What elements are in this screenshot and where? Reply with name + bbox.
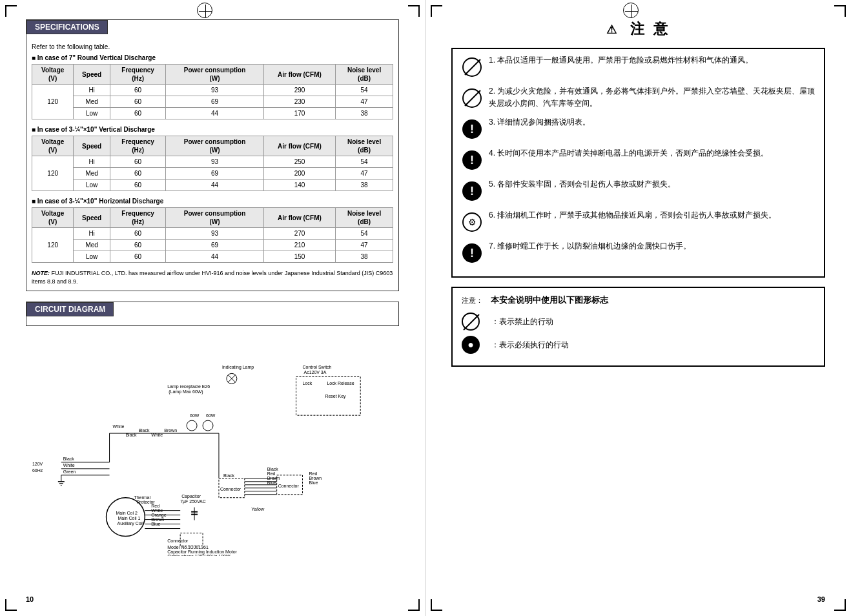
table-row: Low 60 44 140 38 bbox=[32, 180, 393, 191]
speed-cell: Low bbox=[74, 108, 110, 119]
slash-icon-2 bbox=[462, 88, 482, 108]
svg-text:Blue: Blue bbox=[309, 480, 318, 485]
svg-text:Indicating Lamp: Indicating Lamp bbox=[222, 365, 254, 371]
corner-br bbox=[408, 599, 420, 611]
attention-item-6: ⚙ 6. 排油烟机工作时，严禁手或其他物品接近风扇，否则会引起伤人事故或财产损失… bbox=[460, 209, 816, 234]
table-row: 120 Hi 60 93 250 54 bbox=[32, 156, 393, 168]
right-page: ⚠ 注 意 1. 本品仅适用于一般通风使用。严禁用于危险或易燃炸性材料和气体的通… bbox=[425, 0, 851, 616]
airflow-cell: 290 bbox=[263, 85, 335, 96]
spec-table-3: Voltage(V) Speed Frequency(Hz) Power con… bbox=[32, 207, 393, 263]
svg-point-36 bbox=[203, 420, 213, 431]
circuit-svg: 120V 60Hz Black White Green Main Col 2 M… bbox=[26, 336, 399, 556]
attention-num-1: 1. bbox=[489, 56, 495, 65]
attention-icon-3: ! bbox=[460, 118, 484, 141]
notice-icon-1 bbox=[462, 313, 485, 331]
airflow-cell: 230 bbox=[263, 96, 335, 108]
svg-text:Black: Black bbox=[63, 457, 75, 461]
svg-text:Single-phase 120V 60Hz 100W: Single-phase 120V 60Hz 100W bbox=[167, 555, 231, 557]
corner-tr-right bbox=[834, 5, 846, 17]
voltage-cell: 120 bbox=[32, 85, 74, 119]
attention-text-3: 详细情况参阅捆搭说明表。 bbox=[497, 118, 590, 127]
freq-cell: 60 bbox=[110, 96, 165, 108]
circuit-border: CIRCUIT DIAGRAM bbox=[26, 302, 399, 326]
noise-cell: 38 bbox=[336, 108, 393, 119]
power-cell: 93 bbox=[166, 85, 264, 96]
svg-text:7µF 250VAC: 7µF 250VAC bbox=[180, 499, 206, 504]
th-airflow: Air flow (CFM) bbox=[263, 65, 335, 85]
svg-text:Brown: Brown bbox=[267, 476, 280, 480]
table-row: Low 60 44 150 38 bbox=[32, 251, 393, 263]
corner-tl-right bbox=[431, 5, 442, 17]
freq-cell: 60 bbox=[110, 85, 165, 96]
attention-title: ⚠ 注 意 bbox=[451, 19, 825, 39]
attention-icon-2 bbox=[460, 87, 484, 110]
notice-box: 注意： 本安全说明中使用以下图形标志 ：表示禁止的行动 ● ：表示必须执行的行动 bbox=[451, 287, 825, 367]
svg-text:Black: Black bbox=[267, 467, 279, 471]
specs-intro: Refer to the following table. bbox=[32, 43, 393, 50]
attention-item-3: ! 3. 详细情况参阅捆搭说明表。 bbox=[460, 116, 816, 141]
attention-items-box: 1. 本品仅适用于一般通风使用。严禁用于危险或易燃炸性材料和气体的通风。 2. … bbox=[451, 48, 825, 278]
svg-text:Blue: Blue bbox=[151, 522, 160, 526]
svg-text:60W: 60W bbox=[206, 413, 216, 418]
attention-num-3: 3. bbox=[489, 118, 495, 127]
attention-text-5: 各部件安装牢固，否则会引起伤人事故或财产损失。 bbox=[497, 180, 675, 189]
svg-text:Black: Black bbox=[138, 428, 150, 433]
table-row: Med 60 69 200 47 bbox=[32, 168, 393, 180]
table3-title: In case of 3-¼"×10" Horizontal Discharge bbox=[32, 198, 393, 205]
notice-slash-icon bbox=[462, 313, 480, 331]
top-center-mark-right bbox=[631, 3, 646, 18]
power-cell: 44 bbox=[166, 108, 264, 119]
spec-table-2: Voltage(V) Speed Frequency(Hz) Power con… bbox=[32, 136, 393, 191]
attention-item-5: ! 5. 各部件安装牢固，否则会引起伤人事故或财产损失。 bbox=[460, 178, 816, 203]
svg-text:Brown: Brown bbox=[309, 476, 322, 480]
specs-note: NOTE: FUJI INDUSTRIAL CO., LTD. has meas… bbox=[32, 269, 393, 285]
th-voltage: Voltage(V) bbox=[32, 65, 74, 85]
table-row: 120 Hi 60 93 290 54 bbox=[32, 85, 393, 96]
corner-bl bbox=[5, 599, 17, 611]
th-speed: Speed bbox=[74, 65, 110, 85]
attention-num-5: 5. bbox=[489, 180, 495, 189]
gear-icon-6: ⚙ bbox=[462, 212, 482, 232]
notice-item-2: ● ：表示必须执行的行动 bbox=[462, 336, 815, 354]
notice-text-2: ：表示必须执行的行动 bbox=[491, 340, 569, 351]
svg-text:(Lamp Max 60W): (Lamp Max 60W) bbox=[169, 389, 203, 395]
svg-text:Connector: Connector bbox=[278, 484, 300, 488]
attention-icon-5: ! bbox=[460, 180, 484, 203]
corner-tl bbox=[5, 5, 17, 17]
svg-text:Connector: Connector bbox=[220, 487, 241, 491]
attention-num-6: 6. bbox=[489, 210, 495, 220]
notice-item-1: ：表示禁止的行动 bbox=[462, 313, 815, 331]
exclaim-icon-3: ! bbox=[462, 119, 482, 139]
svg-text:120V: 120V bbox=[32, 462, 43, 466]
th-noise: Noise level(dB) bbox=[336, 65, 393, 85]
attention-item-7: ! 7. 维修时蠕工作于长，以防裂油烟机边缘的金属快口伤手。 bbox=[460, 240, 816, 265]
table-row: Low 60 44 170 38 bbox=[32, 108, 393, 119]
page-number-right: 39 bbox=[817, 595, 825, 603]
svg-text:White: White bbox=[151, 433, 163, 437]
left-page: SPECIFICATIONS Refer to the following ta… bbox=[0, 0, 425, 616]
attention-item-1: 1. 本品仅适用于一般通风使用。严禁用于危险或易燃炸性材料和气体的通风。 bbox=[460, 54, 816, 79]
svg-text:Red: Red bbox=[309, 471, 317, 476]
notice-exclaim-icon: ● bbox=[462, 336, 480, 354]
th-power: Power consumption(W) bbox=[166, 65, 264, 85]
specifications-header: SPECIFICATIONS bbox=[26, 20, 108, 34]
spec-table-1: Voltage(V) Speed Frequency(Hz) Power con… bbox=[32, 64, 393, 119]
speed-cell: Med bbox=[74, 96, 110, 108]
attention-num-2: 2. bbox=[489, 87, 495, 96]
power-cell: 69 bbox=[166, 96, 264, 108]
circuit-section: CIRCUIT DIAGRAM 120V 60Hz Black White Gr… bbox=[26, 302, 399, 556]
specifications-section: SPECIFICATIONS Refer to the following ta… bbox=[26, 19, 399, 291]
corner-br-right bbox=[834, 599, 846, 611]
notice-text-1: ：表示禁止的行动 bbox=[491, 316, 553, 327]
svg-text:White: White bbox=[113, 424, 125, 429]
svg-text:Thermal: Thermal bbox=[134, 495, 150, 500]
attention-item-4: ! 4. 长时间不使用本产品时请关掉断电器上的电源开关，否则产品的绝缘性会受损。 bbox=[460, 147, 816, 172]
svg-point-35 bbox=[187, 420, 197, 431]
freq-cell: 60 bbox=[110, 108, 165, 119]
svg-text:Capacitor: Capacitor bbox=[181, 494, 201, 499]
svg-text:Main Coil 1: Main Coil 1 bbox=[118, 516, 141, 520]
svg-text:Brown: Brown bbox=[164, 428, 177, 433]
svg-text:Reset Key: Reset Key bbox=[325, 394, 346, 399]
svg-text:Main Col 2: Main Col 2 bbox=[116, 511, 138, 515]
notice-icon-2: ● bbox=[462, 336, 485, 354]
